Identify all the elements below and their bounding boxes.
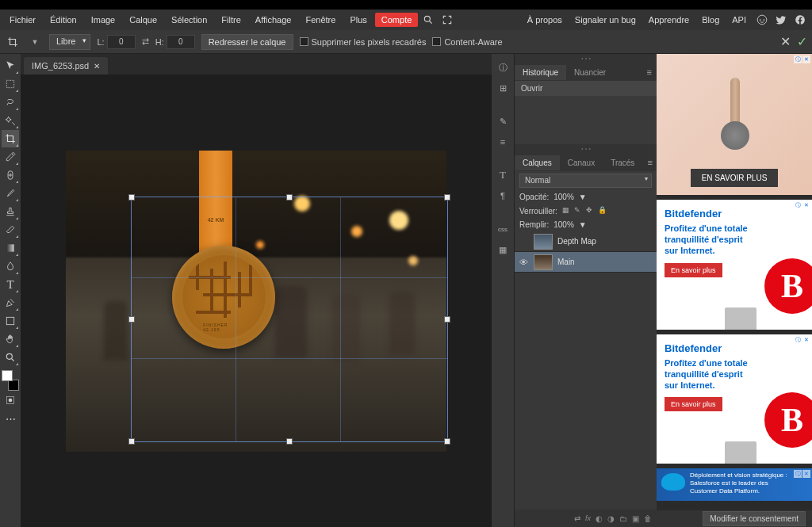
swatches-panel-icon[interactable]: ⊞ (494, 79, 511, 97)
crop-handle-bl[interactable] (128, 438, 135, 445)
link-about[interactable]: À propos (522, 12, 568, 28)
menu-account[interactable]: Compte (375, 13, 419, 27)
facebook-icon[interactable] (791, 11, 809, 29)
straighten-button[interactable]: Redresser le calque (201, 34, 293, 50)
quick-mask[interactable] (2, 391, 19, 409)
menu-image[interactable]: Image (85, 12, 122, 28)
ad-info-icon[interactable]: ⓘ (794, 336, 802, 344)
crop-handle-br[interactable] (444, 438, 450, 445)
delete-cropped-checkbox[interactable]: Supprimer les pixels recadrés (300, 37, 427, 47)
blur-tool[interactable] (2, 258, 19, 275)
link-blog[interactable]: Blog (696, 12, 725, 28)
stamp-tool[interactable] (2, 203, 19, 220)
type-tool[interactable]: T (2, 276, 19, 293)
ad-close-icon[interactable]: ✕ (802, 55, 810, 63)
crop-handle-tr[interactable] (444, 194, 450, 200)
char-panel-icon[interactable]: T (494, 166, 511, 184)
css-panel-icon[interactable]: css (494, 220, 511, 238)
ad-banner-2[interactable]: ⓘ✕ Bitdefender Profitez d'une totaletran… (657, 200, 812, 330)
crop-handle-r[interactable] (444, 316, 450, 323)
pen-tool[interactable] (2, 294, 19, 311)
panel-grip[interactable] (515, 144, 657, 154)
ad-banner-4[interactable]: ⓘ✕ Déploiement et vision stratégique : S… (657, 468, 812, 501)
commit-icon[interactable]: ✓ (797, 34, 807, 49)
ad-close-icon[interactable]: ✕ (802, 336, 810, 344)
eraser-tool[interactable] (2, 221, 19, 239)
link-api[interactable]: API (726, 12, 752, 28)
new-layer-icon[interactable]: ▣ (632, 514, 639, 523)
heal-tool[interactable] (2, 166, 19, 184)
hand-tool[interactable] (2, 330, 19, 348)
twitter-icon[interactable] (772, 11, 790, 29)
brush-tool[interactable] (2, 185, 19, 202)
ad-info-icon[interactable]: ⓘ (794, 201, 802, 209)
more-tools[interactable]: ⋯ (2, 410, 19, 427)
menu-layer[interactable]: Calque (123, 12, 163, 28)
lock-transparency-icon[interactable]: ▦ (562, 206, 572, 216)
link-learn[interactable]: Apprendre (643, 12, 695, 28)
chevron-down-icon[interactable]: ▼ (27, 34, 43, 50)
reddit-icon[interactable] (753, 11, 771, 29)
lasso-tool[interactable] (2, 94, 19, 111)
ratio-select[interactable]: Libre (49, 34, 90, 50)
ad-cta-button[interactable]: En savoir plus (665, 397, 722, 411)
lock-position-icon[interactable]: ✥ (586, 206, 596, 216)
fullscreen-icon[interactable] (439, 11, 456, 29)
ad-info-icon[interactable]: ⓘ (794, 55, 802, 63)
wand-tool[interactable] (2, 112, 19, 129)
crop-handle-tl[interactable] (128, 194, 135, 200)
eyedropper-tool[interactable] (2, 148, 19, 166)
panel-grip[interactable] (515, 54, 657, 63)
para-panel-icon[interactable]: ¶ (494, 187, 511, 204)
ad-close-icon[interactable]: ✕ (802, 470, 810, 478)
history-item[interactable]: Ouvrir (515, 81, 657, 96)
width-field[interactable]: L:0 (97, 35, 135, 49)
move-tool[interactable] (2, 57, 19, 74)
lock-pixels-icon[interactable]: ✎ (574, 206, 584, 216)
ad-cta-button[interactable]: En savoir plus (665, 263, 722, 277)
lock-all-icon[interactable]: 🔒 (598, 206, 607, 216)
link-layers-icon[interactable]: ⇄ (574, 514, 580, 523)
crop-handle-l[interactable] (128, 316, 135, 323)
layer-item[interactable]: Depth Map (515, 231, 657, 252)
link-bug[interactable]: Signaler un bug (569, 12, 642, 28)
folder-icon[interactable]: 🗀 (619, 514, 627, 523)
panel-menu-icon[interactable]: ≡ (642, 67, 657, 77)
menu-edit[interactable]: Édition (44, 12, 83, 28)
zoom-tool[interactable] (2, 349, 19, 366)
ad-banner-3[interactable]: ⓘ✕ Bitdefender Profitez d'une totaletran… (657, 334, 812, 464)
adjust-panel-icon[interactable]: ≡ (494, 133, 511, 151)
info-panel-icon[interactable]: ⓘ (494, 59, 511, 76)
blend-mode-select[interactable]: Normal (519, 174, 652, 188)
swatches-tab[interactable]: Nuancier (566, 65, 614, 80)
ad-info-icon[interactable]: ⓘ (794, 470, 802, 478)
panel-menu-icon[interactable]: ≡ (642, 158, 657, 167)
crop-handle-t[interactable] (286, 194, 293, 200)
channels-tab[interactable]: Canaux (560, 155, 603, 170)
paths-tab[interactable]: Tracés (603, 155, 642, 170)
menu-file[interactable]: Fichier (3, 12, 42, 28)
mask-icon[interactable]: ◐ (596, 514, 603, 523)
ad-cta-button[interactable]: EN SAVOIR PLUS (691, 169, 779, 187)
file-tab[interactable]: IMG_6253.psd ✕ (24, 57, 108, 74)
bg-color[interactable] (8, 380, 19, 391)
menu-select[interactable]: Sélection (165, 12, 213, 28)
crop-handle-b[interactable] (286, 438, 293, 445)
brush-panel-icon[interactable]: ✎ (494, 113, 511, 130)
content-aware-checkbox[interactable]: Content-Aware (432, 37, 502, 47)
color-swatches[interactable] (2, 370, 19, 391)
fx-icon[interactable]: fx (585, 514, 591, 522)
shape-tool[interactable] (2, 312, 19, 330)
delete-layer-icon[interactable]: 🗑 (644, 514, 652, 523)
gradient-tool[interactable] (2, 239, 19, 257)
crop-overlay[interactable] (131, 197, 448, 442)
history-tab[interactable]: Historique (515, 65, 566, 80)
fill-value[interactable]: 100% (553, 220, 574, 229)
layers-tab[interactable]: Calques (515, 155, 560, 170)
menu-view[interactable]: Affichage (249, 12, 298, 28)
image-panel-icon[interactable]: ▦ (494, 241, 511, 258)
swap-icon[interactable]: ⇄ (142, 36, 149, 47)
opacity-dropdown-icon[interactable]: ▼ (579, 193, 587, 201)
ad-close-icon[interactable]: ✕ (802, 201, 810, 209)
canvas[interactable]: 42 KM (21, 74, 492, 527)
